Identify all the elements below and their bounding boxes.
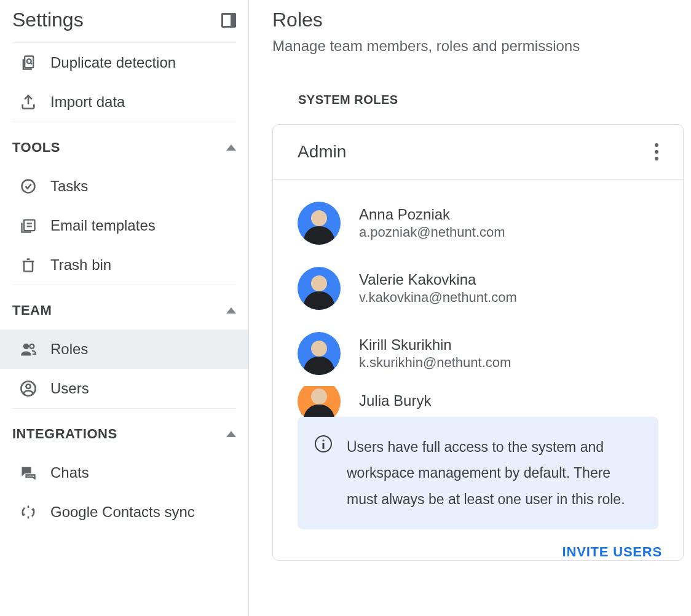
info-icon [315, 435, 332, 452]
section-label: TEAM [12, 302, 52, 318]
avatar [298, 267, 341, 310]
page-subtitle: Manage team members, roles and permissio… [272, 38, 691, 55]
chevron-up-icon [226, 307, 236, 314]
user-info: Valerie Kakovkina v.kakovkina@nethunt.co… [359, 271, 517, 306]
sidebar-title: Settings [12, 9, 84, 31]
user-row[interactable]: Kirill Skurikhin k.skurikhin@nethunt.com [298, 321, 658, 386]
sidebar-item-label: Chats [50, 464, 89, 481]
user-name: Valerie Kakovkina [359, 271, 517, 288]
user-row[interactable]: Valerie Kakovkina v.kakovkina@nethunt.co… [298, 256, 658, 321]
info-text: Users have full access to the system and… [347, 434, 641, 512]
sidebar-item-duplicate-detection[interactable]: Duplicate detection [0, 43, 248, 82]
email-templates-icon [20, 217, 37, 234]
sidebar-item-label: Tasks [50, 178, 88, 195]
section-label: TOOLS [12, 140, 60, 156]
user-name: Anna Pozniak [359, 206, 505, 223]
sidebar-item-tasks[interactable]: Tasks [0, 167, 248, 206]
svg-point-6 [23, 344, 29, 349]
user-info: Julia Buryk [359, 392, 431, 411]
svg-point-7 [30, 344, 34, 349]
user-email: k.skurikhin@nethunt.com [359, 355, 511, 371]
invite-users-button[interactable]: INVITE USERS [563, 544, 662, 560]
sidebar-item-chats[interactable]: Chats [0, 453, 248, 492]
people-icon [20, 341, 37, 358]
sidebar-item-trash-bin[interactable]: Trash bin [0, 245, 248, 285]
card-footer: INVITE USERS [273, 533, 683, 560]
sidebar-item-import-data[interactable]: Import data [0, 82, 248, 122]
section-team[interactable]: TEAM [0, 285, 248, 330]
user-circle-icon [20, 380, 37, 397]
svg-rect-3 [24, 220, 35, 231]
panel-toggle-icon[interactable] [221, 13, 236, 28]
sidebar-item-label: Email templates [50, 217, 156, 234]
user-row[interactable]: Julia Buryk [298, 386, 658, 417]
sidebar-item-google-contacts[interactable]: Google Contacts sync [0, 492, 248, 532]
section-system-roles-label: SYSTEM ROLES [298, 93, 691, 107]
sidebar-item-users[interactable]: Users [0, 369, 248, 408]
page-title: Roles [272, 0, 691, 31]
section-label: INTEGRATIONS [12, 426, 117, 442]
avatar [298, 386, 341, 417]
duplicate-detection-icon [20, 54, 37, 71]
chats-icon [20, 464, 37, 481]
sidebar-item-roles[interactable]: Roles [0, 330, 248, 369]
user-email: v.kakovkina@nethunt.com [359, 290, 517, 306]
user-info: Anna Pozniak a.pozniak@nethunt.com [359, 206, 505, 240]
sidebar-item-label: Duplicate detection [50, 54, 176, 71]
sidebar-item-label: Roles [50, 341, 88, 358]
svg-point-9 [26, 384, 31, 389]
sync-icon [20, 503, 37, 521]
avatar [298, 332, 341, 375]
info-box: Users have full access to the system and… [298, 417, 658, 529]
role-card-header: Admin [273, 125, 683, 180]
chevron-up-icon [226, 144, 236, 151]
role-card-admin: Admin Anna Pozniak a.pozniak@nethunt.com… [272, 124, 684, 561]
sidebar-header: Settings [0, 0, 248, 42]
chevron-up-icon [226, 431, 236, 437]
user-row[interactable]: Anna Pozniak a.pozniak@nethunt.com [298, 191, 658, 256]
import-icon [20, 93, 37, 111]
trash-icon [20, 256, 37, 274]
section-tools[interactable]: TOOLS [0, 122, 248, 167]
user-name: Julia Buryk [359, 392, 431, 409]
section-integrations[interactable]: INTEGRATIONS [0, 409, 248, 453]
main-content: Roles Manage team members, roles and per… [249, 0, 691, 616]
user-name: Kirill Skurikhin [359, 336, 511, 353]
svg-rect-0 [25, 57, 33, 68]
avatar [298, 202, 341, 245]
sidebar: Settings Duplicate detection Import data… [0, 0, 249, 616]
sidebar-item-email-templates[interactable]: Email templates [0, 206, 248, 245]
check-circle-icon [20, 178, 37, 195]
role-name: Admin [298, 142, 346, 162]
sidebar-item-label: Import data [50, 93, 125, 111]
user-info: Kirill Skurikhin k.skurikhin@nethunt.com [359, 336, 511, 371]
sidebar-item-label: Trash bin [50, 256, 111, 274]
sidebar-item-label: Users [50, 380, 89, 397]
sidebar-item-label: Google Contacts sync [50, 503, 195, 521]
user-email: a.pozniak@nethunt.com [359, 224, 505, 240]
svg-point-2 [22, 180, 35, 193]
user-list: Anna Pozniak a.pozniak@nethunt.com Valer… [273, 180, 683, 417]
more-options-button[interactable] [651, 140, 662, 164]
